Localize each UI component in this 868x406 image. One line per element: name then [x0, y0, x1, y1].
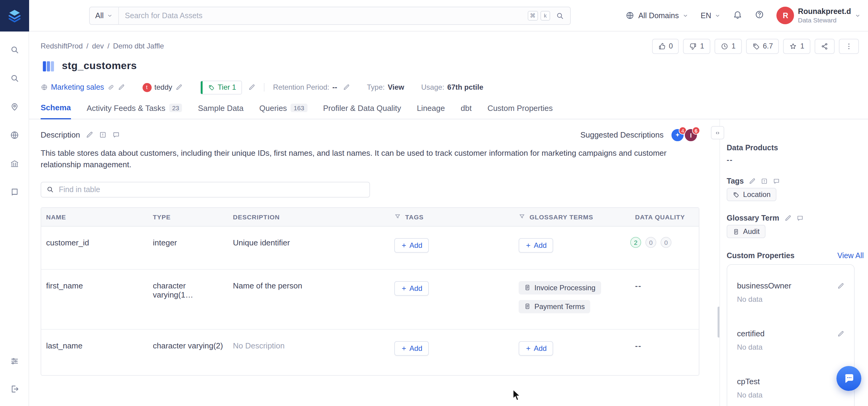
- chevron-down-icon: [107, 12, 113, 19]
- breadcrumb-item[interactable]: RedshiftProd: [41, 42, 83, 50]
- collapse-panel-button[interactable]: [711, 126, 724, 139]
- quality-pass-badge[interactable]: 2: [630, 237, 641, 247]
- cell-name: first_name: [41, 269, 148, 329]
- user-name: Rounakpreet.d: [798, 7, 851, 16]
- column-header-glossary-terms: GLOSSARY TERMS: [514, 213, 630, 220]
- language-dropdown[interactable]: EN: [701, 11, 721, 20]
- filter-icon[interactable]: [519, 213, 525, 220]
- user-avatar: R: [777, 7, 794, 24]
- glossary-term-chip[interactable]: Payment Terms: [519, 300, 590, 313]
- tab-lineage[interactable]: Lineage: [417, 103, 445, 119]
- edit-domain-icon[interactable]: [117, 83, 125, 91]
- view-all-link[interactable]: View All: [837, 251, 864, 260]
- edit-property-icon[interactable]: [837, 330, 844, 337]
- data-products-value: --: [727, 156, 864, 164]
- edit-property-icon[interactable]: [837, 282, 844, 290]
- column-header-data-quality: DATA QUALITY: [630, 213, 699, 220]
- edit-tier-icon[interactable]: [248, 83, 255, 91]
- add-tag-button[interactable]: Add: [394, 281, 429, 296]
- edit-owner-icon[interactable]: [175, 83, 183, 91]
- user-menu[interactable]: R Rounakpreet.d Data Steward: [777, 7, 861, 24]
- tab-sample-data[interactable]: Sample Data: [198, 103, 244, 119]
- quality-badge[interactable]: 0: [645, 237, 656, 247]
- find-in-table-input[interactable]: [58, 184, 365, 194]
- tab-activity-feeds[interactable]: Activity Feeds & Tasks23: [87, 103, 182, 119]
- domain-link[interactable]: Marketing sales: [51, 83, 104, 92]
- domains-dropdown[interactable]: All Domains: [626, 11, 688, 20]
- thumb-up-icon: [658, 42, 666, 50]
- add-tag-button[interactable]: Add: [394, 238, 429, 252]
- edit-retention-icon[interactable]: [343, 83, 350, 91]
- edit-glossary-icon[interactable]: [784, 214, 791, 222]
- filter-icon[interactable]: [394, 213, 401, 220]
- upvote-button[interactable]: 0: [652, 38, 679, 54]
- glossary-term-chip[interactable]: Audit: [727, 225, 766, 238]
- breadcrumb-item[interactable]: dev: [92, 42, 104, 50]
- tab-custom-properties[interactable]: Custom Properties: [487, 103, 553, 119]
- table-row: customer_id integer Unique identifier Ad…: [41, 226, 699, 269]
- search-icon[interactable]: [556, 11, 564, 20]
- user-suggestion-avatar[interactable]: I 6: [684, 129, 698, 142]
- term-icon: [524, 284, 531, 291]
- share-button[interactable]: [815, 38, 835, 54]
- cell-glossary-terms: Add: [514, 226, 630, 269]
- tab-queries[interactable]: Queries163: [259, 103, 307, 119]
- score-button[interactable]: 6.7: [746, 38, 779, 54]
- link-icon[interactable]: [107, 83, 114, 91]
- activity-button[interactable]: 1: [715, 38, 742, 54]
- quality-badge[interactable]: 0: [660, 237, 672, 247]
- usage-value: 67th pctile: [447, 83, 484, 92]
- downvote-button[interactable]: 1: [683, 38, 710, 54]
- add-tag-button[interactable]: Add: [394, 341, 429, 356]
- edit-description-icon[interactable]: [86, 131, 93, 138]
- preferences-icon[interactable]: [10, 356, 20, 368]
- add-term-button[interactable]: Add: [519, 341, 554, 356]
- comment-icon[interactable]: [773, 177, 780, 185]
- right-sidebar: Data Products -- Tags Location Glossary …: [719, 120, 868, 406]
- help-button[interactable]: [755, 9, 765, 22]
- column-header-name: NAME: [41, 213, 148, 220]
- table-header-row: NAME TYPE DESCRIPTION TAGS GLOSSARY TERM…: [41, 207, 699, 226]
- location-pin-icon[interactable]: [9, 102, 19, 114]
- chevron-down-icon: [715, 12, 721, 19]
- breadcrumb-separator: /: [107, 42, 110, 50]
- chat-widget-button[interactable]: [836, 366, 861, 391]
- breadcrumb-item[interactable]: Demo dbt Jaffle: [113, 42, 164, 50]
- tab-schema[interactable]: Schema: [41, 103, 71, 120]
- globe-icon[interactable]: [9, 130, 19, 142]
- atlan-logo[interactable]: [0, 0, 29, 32]
- star-button[interactable]: 1: [783, 38, 810, 54]
- tab-profiler[interactable]: Profiler & Data Quality: [323, 103, 401, 119]
- kebab-icon: [845, 42, 853, 50]
- edit-tags-icon[interactable]: [749, 177, 756, 185]
- view-asset-icon: [41, 59, 56, 74]
- description-label: Description: [41, 130, 80, 139]
- glossary-term-chip[interactable]: Invoice Processing: [519, 281, 601, 294]
- globe-icon: [626, 11, 635, 20]
- retention-label: Retention Period:: [273, 83, 329, 92]
- search-input[interactable]: [119, 11, 527, 20]
- ai-suggestion-avatar[interactable]: 4: [671, 129, 684, 142]
- global-search[interactable]: All ⌘ k: [89, 6, 571, 25]
- find-in-table[interactable]: [41, 181, 370, 197]
- assets-search-icon[interactable]: [9, 45, 19, 57]
- logout-icon[interactable]: [10, 384, 20, 396]
- tier-badge[interactable]: Tier 1: [200, 80, 242, 94]
- suggestion-icon[interactable]: [99, 131, 107, 138]
- cell-type: character varying(2): [148, 329, 228, 375]
- tag-chip[interactable]: Location: [727, 188, 777, 201]
- tab-dbt[interactable]: dbt: [461, 103, 472, 119]
- governance-icon[interactable]: [9, 159, 19, 171]
- search-scope-dropdown[interactable]: All: [90, 7, 119, 24]
- suggestion-icon[interactable]: [761, 177, 768, 185]
- notifications-button[interactable]: [733, 9, 743, 22]
- cell-description: Unique identifier: [228, 226, 390, 269]
- comment-icon[interactable]: [796, 214, 803, 222]
- comment-icon[interactable]: [112, 131, 120, 138]
- add-term-button[interactable]: Add: [519, 238, 554, 252]
- shortcut-keys: ⌘ k: [527, 11, 550, 20]
- owner-name[interactable]: teddy: [154, 83, 172, 92]
- more-options-button[interactable]: [839, 38, 859, 54]
- discover-icon[interactable]: [9, 73, 19, 86]
- docs-icon[interactable]: [9, 187, 19, 199]
